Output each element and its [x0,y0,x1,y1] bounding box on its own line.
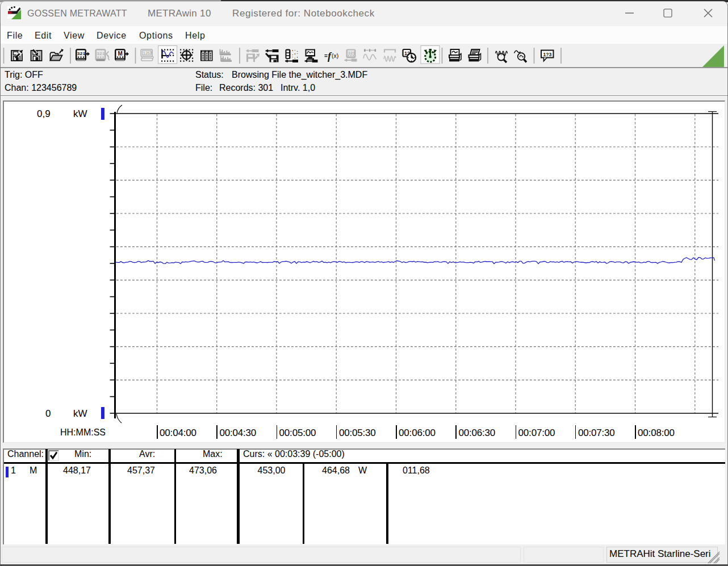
svg-text:321: 321 [348,51,355,56]
svg-text:1257: 1257 [143,51,153,56]
svg-text:(x): (x) [332,52,338,59]
svg-text:M: M [118,51,123,57]
svg-text:1?3: 1?3 [543,52,552,57]
svg-text:321: 321 [97,51,105,56]
svg-text:321: 321 [77,51,86,56]
